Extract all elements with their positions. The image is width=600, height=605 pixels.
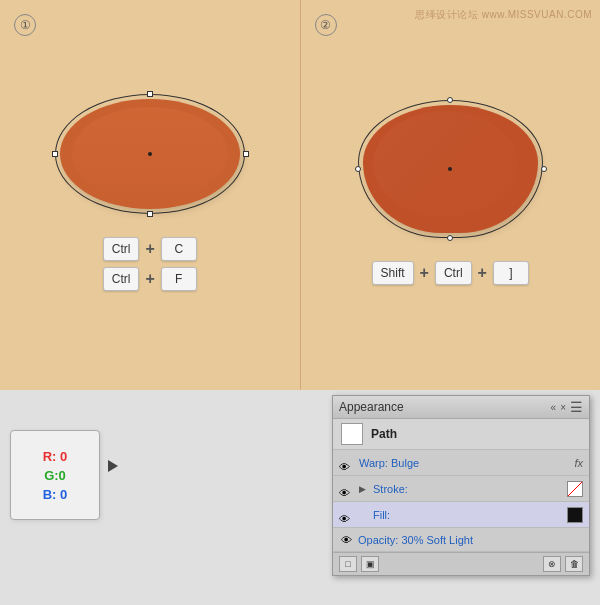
main-canvas: 思绎设计论坛 www.MISSVUAN.COM ① Ctrl + C Ctrl (0, 0, 600, 390)
plus-4: + (478, 264, 487, 282)
panel-menu-icon[interactable]: ☰ (570, 399, 583, 415)
stroke-label: Stroke: (373, 483, 563, 495)
visibility-icon-opacity[interactable]: 👁 (341, 534, 352, 546)
panel-number-2: ② (315, 14, 337, 36)
key-ctrl-1: Ctrl (103, 237, 140, 261)
key-ctrl-3: Ctrl (435, 261, 472, 285)
plus-1: + (145, 240, 154, 258)
anchor-right-2 (541, 166, 547, 172)
ellipse-2 (363, 105, 538, 233)
plus-3: + (420, 264, 429, 282)
rgb-swatch: R: 0 G:0 B: 0 (10, 430, 100, 520)
fx-label: fx (574, 457, 583, 469)
panel-titlebar: Appearance « × ☰ (333, 396, 589, 419)
anchor-bottom-2 (447, 235, 453, 241)
stroke-swatch[interactable] (567, 481, 583, 497)
rgb-r-value: R: 0 (43, 449, 68, 464)
fill-label: Fill: (373, 509, 563, 521)
footer-delete-btn[interactable]: 🗑 (565, 556, 583, 572)
footer-duplicate-btn[interactable]: ▣ (361, 556, 379, 572)
ellipse2-container (363, 105, 538, 233)
plus-2: + (145, 270, 154, 288)
key-bracket: ] (493, 261, 529, 285)
path-thumbnail (341, 423, 363, 445)
ellipse1-container (60, 99, 240, 209)
visibility-icon-stroke[interactable] (339, 483, 355, 495)
visibility-icon-fill[interactable] (339, 509, 355, 521)
anchor-right-1 (243, 151, 249, 157)
panel-left: ① Ctrl + C Ctrl + F (0, 0, 301, 390)
expand-icon-stroke[interactable]: ▶ (359, 484, 369, 494)
bottom-section: R: 0 G:0 B: 0 Appearance « × ☰ Path Warp… (0, 390, 600, 605)
anchor-bottom-1 (147, 211, 153, 217)
panel-collapse-btn[interactable]: « (551, 402, 557, 413)
panel-right: ② Shift + Ctrl + ] (301, 0, 601, 390)
appearance-panel: Appearance « × ☰ Path Warp: Bulge fx ▶ S… (332, 395, 590, 576)
key-f: F (161, 267, 197, 291)
rgb-g-value: G:0 (44, 468, 66, 483)
panel-close-btn[interactable]: × (560, 402, 566, 413)
shortcut-row-3: Shift + Ctrl + ] (372, 261, 529, 285)
warp-label: Warp: Bulge (359, 457, 570, 469)
visibility-icon-warp[interactable] (339, 457, 355, 469)
shortcuts-right: Shift + Ctrl + ] (372, 261, 529, 285)
panel-controls[interactable]: « × ☰ (551, 399, 583, 415)
ellipse-1 (60, 99, 240, 209)
key-ctrl-2: Ctrl (103, 267, 140, 291)
anchor-left-1 (52, 151, 58, 157)
opacity-label: Opacity: 30% Soft Light (358, 534, 473, 546)
center-dot-1 (148, 152, 152, 156)
rgb-b-value: B: 0 (43, 487, 68, 502)
panel-number-1: ① (14, 14, 36, 36)
footer-add-btn[interactable]: □ (339, 556, 357, 572)
path-header: Path (333, 419, 589, 450)
anchor-top-2 (447, 97, 453, 103)
shortcut-row-1: Ctrl + C (103, 237, 197, 261)
anchor-top-1 (147, 91, 153, 97)
arrow-right-icon (108, 460, 118, 472)
panel-footer: □ ▣ ⊗ 🗑 (333, 552, 589, 575)
key-c: C (161, 237, 197, 261)
appearance-row-fill[interactable]: ▶ Fill: (333, 502, 589, 528)
fill-swatch[interactable] (567, 507, 583, 523)
panel-title: Appearance (339, 400, 404, 414)
center-dot-2 (448, 167, 452, 171)
footer-clear-btn[interactable]: ⊗ (543, 556, 561, 572)
appearance-row-warp[interactable]: Warp: Bulge fx (333, 450, 589, 476)
path-label: Path (371, 427, 397, 441)
shortcut-row-2: Ctrl + F (103, 267, 197, 291)
key-shift: Shift (372, 261, 414, 285)
appearance-row-opacity[interactable]: 👁 Opacity: 30% Soft Light (333, 528, 589, 552)
shortcuts-left: Ctrl + C Ctrl + F (103, 237, 197, 291)
anchor-left-2 (355, 166, 361, 172)
appearance-row-stroke[interactable]: ▶ Stroke: (333, 476, 589, 502)
